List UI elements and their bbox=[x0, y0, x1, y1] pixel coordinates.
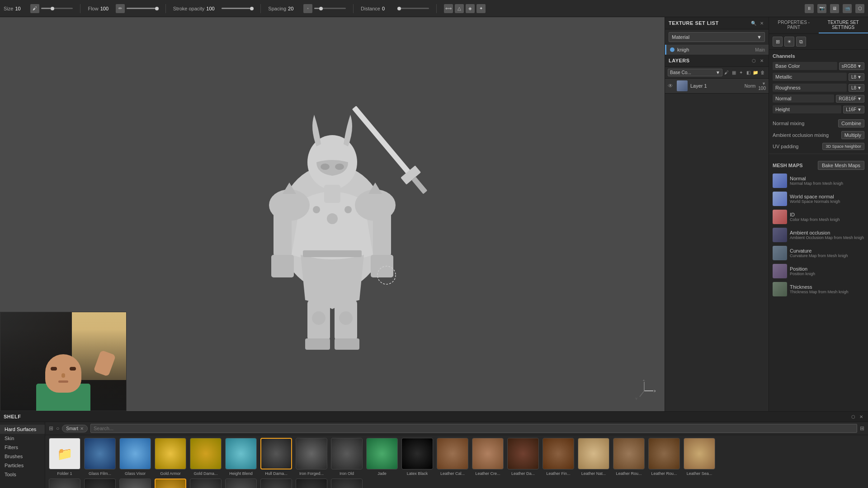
shelf-item-row2-7[interactable] bbox=[260, 479, 292, 488]
shelf-sidebar-particles[interactable]: Particles bbox=[0, 461, 45, 470]
pause-icon[interactable]: ⏸ bbox=[805, 4, 814, 13]
mesh-map-normal[interactable]: Normal Normal Map from Mesh knigh bbox=[769, 172, 868, 190]
layer-visibility-icon[interactable]: 👁 bbox=[668, 83, 674, 89]
channel-normal-format[interactable]: RGB16F ▼ bbox=[836, 95, 864, 103]
share-icon[interactable]: ⬡ bbox=[855, 4, 864, 13]
blend-mode-dropdown[interactable]: Base Co... ▼ bbox=[668, 69, 722, 76]
tab-properties-paint[interactable]: PROPERTIES - PAINT bbox=[769, 17, 819, 33]
video-icon[interactable]: 📹 bbox=[843, 4, 852, 13]
shelf-sidebar-filters[interactable]: Filters bbox=[0, 443, 45, 452]
layer-opacity[interactable]: 100 bbox=[758, 86, 766, 91]
shelf-item-gold-dama[interactable]: Gold Dama... bbox=[190, 438, 222, 476]
camera-icon[interactable]: 📷 bbox=[817, 4, 826, 13]
shelf-item-folder1[interactable]: 📁 Folder 1 bbox=[49, 438, 80, 476]
close-layers-icon[interactable]: ✕ bbox=[759, 57, 765, 64]
shelf-item-row2-3[interactable] bbox=[119, 479, 151, 488]
channel-height-format[interactable]: L16F ▼ bbox=[843, 106, 864, 113]
shelf-item-row2-6[interactable] bbox=[225, 479, 257, 488]
shelf-item-glass-film[interactable]: Glass Film... bbox=[84, 438, 116, 476]
shelf-sidebar-tools[interactable]: Tools bbox=[0, 470, 45, 479]
uv-padding-value[interactable]: 3D Space Neighbor bbox=[822, 143, 864, 150]
distance-slider[interactable] bbox=[397, 8, 429, 9]
props-icon-3[interactable]: ⧉ bbox=[796, 37, 806, 47]
shelf-item-glass-visor[interactable]: Glass Visor bbox=[119, 438, 151, 476]
mask-icon[interactable]: ◧ bbox=[745, 70, 751, 76]
mesh-map-curvature[interactable]: Curvature Curvature Map from Mesh knigh bbox=[769, 244, 868, 262]
lazy-icon[interactable]: △ bbox=[455, 4, 464, 13]
viewport[interactable]: X Z Y bbox=[0, 17, 665, 411]
shelf-item-leather-cal[interactable]: Leather Cal... bbox=[437, 438, 468, 476]
close-texture-set-icon[interactable]: ✕ bbox=[759, 20, 765, 26]
flow-icon[interactable]: ✏ bbox=[116, 4, 125, 13]
stroke-opacity-value[interactable]: 100 bbox=[206, 6, 220, 11]
monitor-icon[interactable]: 🖥 bbox=[830, 4, 839, 13]
shelf-item-iron-old[interactable]: Iron Old bbox=[331, 438, 363, 476]
shelf-close-icon[interactable]: ✕ bbox=[858, 413, 864, 420]
smart-tag-remove[interactable]: ✕ bbox=[80, 426, 84, 431]
circle-icon[interactable]: ○ bbox=[56, 425, 59, 432]
props-icon-1[interactable]: ⊞ bbox=[773, 37, 783, 47]
shelf-item-row2-9[interactable] bbox=[331, 479, 363, 488]
tab-texture-set-settings[interactable]: TEXTURE SET SETTINGS bbox=[819, 17, 868, 33]
shelf-item-row2-4[interactable] bbox=[155, 479, 186, 488]
material-dropdown[interactable]: Material ▼ bbox=[669, 32, 765, 42]
add-paint-icon[interactable]: 🖌 bbox=[723, 70, 730, 76]
shelf-item-row2-1[interactable] bbox=[49, 479, 80, 488]
mesh-map-world-normal[interactable]: World space normal World Space Normals k… bbox=[769, 190, 868, 208]
stencil-icon[interactable]: ◈ bbox=[466, 4, 475, 13]
layer-item[interactable]: 👁 Layer 1 Norm ▼ 100 bbox=[665, 79, 769, 93]
size-slider[interactable] bbox=[41, 8, 73, 9]
smart-filter-tag[interactable]: Smart ✕ bbox=[62, 425, 88, 432]
channel-metallic-format[interactable]: L8 ▼ bbox=[849, 73, 864, 81]
size-value[interactable]: 10 bbox=[15, 6, 28, 11]
shelf-item-leather-cre[interactable]: Leather Cre... bbox=[472, 438, 504, 476]
brush-icon[interactable]: 🖌 bbox=[30, 4, 39, 13]
shelf-item-gold-armor[interactable]: Gold Armor bbox=[155, 438, 186, 476]
symmetry-icon[interactable]: ⟺ bbox=[444, 4, 453, 13]
mesh-map-ao[interactable]: Ambient occlusion Ambient Occlusion Map … bbox=[769, 226, 868, 244]
mesh-map-position[interactable]: Position Position knigh bbox=[769, 262, 868, 280]
normal-mixing-value[interactable]: Combine bbox=[838, 119, 864, 127]
shelf-item-leather-nat[interactable]: Leather Nat... bbox=[578, 438, 609, 476]
shelf-item-row2-2[interactable] bbox=[84, 479, 116, 488]
grid-view-icon[interactable]: ⊞ bbox=[860, 425, 864, 432]
shelf-item-leather-sea[interactable]: Leather Sea... bbox=[684, 438, 715, 476]
stroke-opacity-slider[interactable] bbox=[222, 8, 253, 9]
texture-set-item[interactable]: knigh Main bbox=[665, 45, 769, 55]
nav-gizmo[interactable]: X Z Y bbox=[633, 380, 656, 402]
spacing-value[interactable]: 20 bbox=[288, 6, 302, 11]
expand-layers-icon[interactable]: ⬡ bbox=[750, 57, 757, 64]
shelf-item-leather-da[interactable]: Leather Da... bbox=[507, 438, 539, 476]
shelf-item-row2-8[interactable] bbox=[296, 479, 327, 488]
shelf-sidebar-hard-surfaces[interactable]: Hard Surfaces bbox=[0, 425, 45, 434]
distance-value[interactable]: 0 bbox=[382, 6, 396, 11]
shelf-sidebar-brushes[interactable]: Brushes bbox=[0, 452, 45, 461]
channel-base-color-format[interactable]: sRGB8 ▼ bbox=[839, 62, 864, 70]
filter-icon[interactable]: ⊞ bbox=[49, 425, 53, 432]
delete-icon[interactable]: 🗑 bbox=[760, 70, 766, 76]
add-effect-icon[interactable]: ✦ bbox=[738, 70, 744, 76]
shelf-search-input[interactable] bbox=[90, 424, 857, 433]
layer-name[interactable]: Layer 1 bbox=[690, 83, 742, 89]
search-small-icon[interactable]: 🔍 bbox=[750, 20, 757, 26]
shelf-item-iron-forged[interactable]: Iron Forged... bbox=[296, 438, 327, 476]
shelf-item-latex-black[interactable]: Latex Black bbox=[401, 438, 433, 476]
flow-value[interactable]: 100 bbox=[100, 6, 114, 11]
stamp-icon[interactable]: ✦ bbox=[476, 4, 486, 13]
shelf-item-hull-dama[interactable]: Hull Dama... bbox=[260, 438, 292, 476]
shelf-item-leather-fin[interactable]: Leather Fin... bbox=[542, 438, 574, 476]
mesh-map-thickness[interactable]: Thickness Thickness Map from Mesh knigh bbox=[769, 280, 868, 298]
ao-mixing-value[interactable]: Multiply bbox=[841, 131, 864, 139]
spacing-slider[interactable] bbox=[314, 8, 346, 9]
spacing-icon[interactable]: ◦ bbox=[303, 4, 312, 13]
shelf-item-leather-rou2[interactable]: Leather Rou... bbox=[648, 438, 680, 476]
mesh-map-id[interactable]: ID Color Map from Mesh knigh bbox=[769, 208, 868, 226]
props-icon-2[interactable]: ☀ bbox=[784, 37, 794, 47]
shelf-item-height-blend[interactable]: Height Blend bbox=[225, 438, 257, 476]
bake-mesh-maps-btn[interactable]: Bake Mesh Maps bbox=[818, 161, 864, 170]
group-icon[interactable]: 📁 bbox=[752, 70, 759, 76]
shelf-expand-icon[interactable]: ⬡ bbox=[850, 413, 856, 420]
shelf-item-jade[interactable]: Jade bbox=[366, 438, 398, 476]
shelf-item-row2-5[interactable] bbox=[190, 479, 222, 488]
shelf-sidebar-skin[interactable]: Skin bbox=[0, 434, 45, 443]
